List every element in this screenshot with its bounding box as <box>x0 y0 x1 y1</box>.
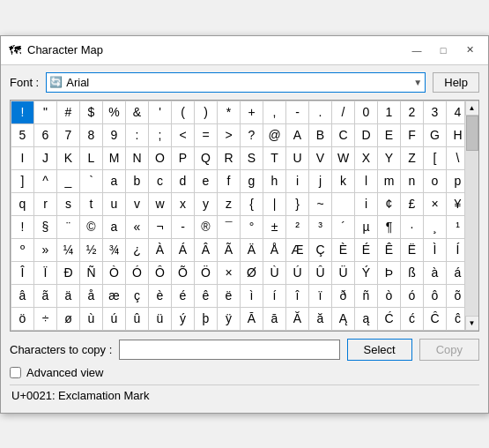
scroll-thumb[interactable] <box>466 116 478 151</box>
char-cell[interactable]: Ý <box>355 262 378 285</box>
char-cell[interactable]: ¯ <box>218 216 241 239</box>
char-cell[interactable]: « <box>126 216 149 239</box>
char-cell[interactable]: | <box>263 193 286 216</box>
char-cell[interactable]: ü <box>149 308 172 331</box>
char-cell[interactable]: ā <box>263 308 286 331</box>
char-cell[interactable]: ã <box>34 285 57 308</box>
char-cell[interactable]: ñ <box>355 285 378 308</box>
char-cell[interactable]: j <box>309 170 332 193</box>
char-cell[interactable]: ú <box>103 308 126 331</box>
close-button[interactable]: ✕ <box>458 41 481 59</box>
char-cell[interactable]: ÿ <box>218 308 241 331</box>
char-cell[interactable]: l <box>355 170 378 193</box>
char-cell[interactable]: × <box>424 193 447 216</box>
char-cell[interactable]: Å <box>263 239 286 262</box>
char-cell[interactable]: 9 <box>103 124 126 147</box>
char-cell[interactable]: Ø <box>241 262 263 285</box>
char-cell[interactable]: U <box>286 147 309 170</box>
char-cell[interactable]: ù <box>80 308 103 331</box>
char-cell[interactable]: Ì <box>424 239 447 262</box>
chars-to-copy-input[interactable] <box>119 340 339 360</box>
char-cell[interactable]: @ <box>263 124 286 147</box>
char-cell[interactable]: 1 <box>378 101 401 124</box>
scrollbar[interactable]: ▲ ▼ <box>464 101 478 331</box>
char-cell[interactable]: = <box>195 124 218 147</box>
char-cell[interactable]: u <box>103 193 126 216</box>
char-cell[interactable]: Ô <box>149 262 172 285</box>
char-cell[interactable]: ° <box>241 216 263 239</box>
char-cell[interactable]: # <box>57 101 80 124</box>
char-cell[interactable]: a <box>103 170 126 193</box>
char-cell[interactable]: ¾ <box>103 239 126 262</box>
char-cell[interactable]: 3 <box>424 101 447 124</box>
char-cell[interactable]: Ă <box>286 308 309 331</box>
char-cell[interactable]: + <box>241 101 263 124</box>
char-cell[interactable]: £ <box>401 193 424 216</box>
char-cell[interactable]: P <box>172 147 195 170</box>
help-button[interactable]: Help <box>433 72 479 93</box>
char-cell[interactable]: X <box>355 147 378 170</box>
char-cell[interactable]: ß <box>401 262 424 285</box>
char-cell[interactable]: ! <box>11 216 34 239</box>
char-cell[interactable]: z <box>218 193 241 216</box>
char-cell[interactable]: S <box>241 147 263 170</box>
char-cell[interactable]: M <box>103 147 126 170</box>
char-cell[interactable]: A <box>286 124 309 147</box>
char-cell[interactable]: Y <box>378 147 401 170</box>
char-cell[interactable]: K <box>57 147 80 170</box>
char-cell[interactable]: { <box>241 193 263 216</box>
char-cell[interactable]: _ <box>57 170 80 193</box>
char-cell[interactable]: Ó <box>126 262 149 285</box>
char-cell[interactable]: " <box>34 101 57 124</box>
char-cell[interactable]: â <box>11 285 34 308</box>
char-cell[interactable]: ö <box>11 308 34 331</box>
char-cell[interactable]: Ð <box>57 262 80 285</box>
char-cell[interactable]: w <box>149 193 172 216</box>
char-cell[interactable]: y <box>195 193 218 216</box>
char-cell[interactable]: B <box>309 124 332 147</box>
char-cell[interactable]: Ñ <box>80 262 103 285</box>
char-cell[interactable]: ^ <box>34 170 57 193</box>
char-cell[interactable]: ÷ <box>34 308 57 331</box>
char-cell[interactable]: ê <box>195 285 218 308</box>
char-cell[interactable]: ³ <box>309 216 332 239</box>
char-cell[interactable]: Â <box>195 239 218 262</box>
char-cell[interactable]: m <box>378 170 401 193</box>
char-cell[interactable]: ¶ <box>378 216 401 239</box>
char-cell[interactable]: Ù <box>263 262 286 285</box>
char-cell[interactable]: / <box>332 101 355 124</box>
char-cell[interactable]: Q <box>195 147 218 170</box>
char-cell[interactable]: Ą <box>332 308 355 331</box>
char-cell[interactable]: Ü <box>332 262 355 285</box>
char-cell[interactable]: ` <box>80 170 103 193</box>
maximize-button[interactable]: □ <box>432 41 455 59</box>
advanced-view-checkbox[interactable] <box>10 367 21 378</box>
char-cell[interactable]: Ò <box>103 262 126 285</box>
char-cell[interactable]: v <box>126 193 149 216</box>
char-cell[interactable]: } <box>286 193 309 216</box>
char-cell[interactable]: ´ <box>332 216 355 239</box>
font-dropdown[interactable]: Arial Times New Roman Courier New Verdan… <box>46 72 426 93</box>
char-cell[interactable]: q <box>11 193 34 216</box>
char-cell[interactable]: ø <box>57 308 80 331</box>
char-cell[interactable]: ¬ <box>149 216 172 239</box>
char-cell[interactable]: C <box>332 124 355 147</box>
char-cell[interactable]: e <box>195 170 218 193</box>
char-cell[interactable]: » <box>34 239 57 262</box>
char-cell[interactable]: c <box>149 170 172 193</box>
char-cell[interactable]: . <box>309 101 332 124</box>
char-cell[interactable]: Õ <box>172 262 195 285</box>
char-cell[interactable]: L <box>80 147 103 170</box>
char-cell[interactable]: û <box>126 308 149 331</box>
char-cell[interactable]: < <box>172 124 195 147</box>
copy-button[interactable]: Copy <box>419 339 479 361</box>
char-cell[interactable]: Ĉ <box>424 308 447 331</box>
char-cell[interactable]: Ú <box>286 262 309 285</box>
char-cell[interactable]: h <box>263 170 286 193</box>
char-cell[interactable]: i <box>355 193 378 216</box>
char-cell[interactable]: O <box>149 147 172 170</box>
char-cell[interactable]: ă <box>309 308 332 331</box>
char-cell[interactable]: ¸ <box>424 216 447 239</box>
char-cell[interactable]: t <box>80 193 103 216</box>
char-cell[interactable]: - <box>286 101 309 124</box>
